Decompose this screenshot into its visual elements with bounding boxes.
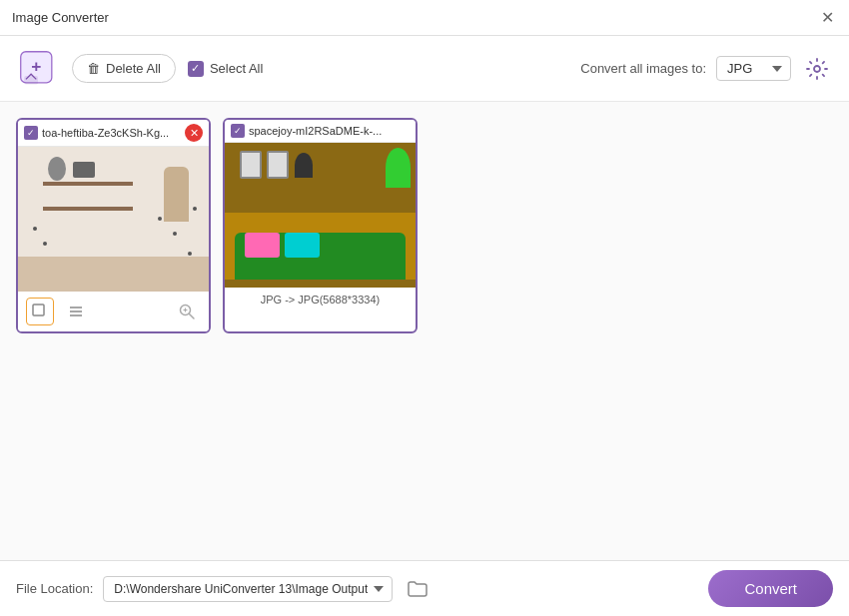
convert-button[interactable]: Convert [708, 570, 833, 607]
file-location-section: File Location: D:\Wondershare UniConvert… [16, 574, 432, 604]
file-location-label: File Location: [16, 581, 93, 596]
format-select[interactable]: JPG PNG BMP GIF TIFF WEBP [716, 56, 791, 81]
svg-rect-2 [24, 75, 38, 84]
delete-all-button[interactable]: 🗑 Delete All [72, 54, 176, 83]
toolbar-right: Convert all images to: JPG PNG BMP GIF T… [580, 53, 833, 85]
delete-all-label: Delete All [106, 61, 161, 76]
image-card-1-close[interactable]: ✕ [185, 124, 203, 142]
title-bar-left: Image Converter [12, 10, 109, 25]
image-card-1-checkbox[interactable] [24, 126, 38, 140]
image-card-1-filename: toa-heftiba-Ze3cKSh-Kg... [42, 127, 181, 139]
settings-button[interactable] [801, 53, 833, 85]
browse-folder-button[interactable] [403, 574, 432, 604]
select-all-label: Select All [210, 61, 263, 76]
main-content: toa-heftiba-Ze3cKSh-Kg... ✕ [0, 102, 849, 560]
images-grid: toa-heftiba-Ze3cKSh-Kg... ✕ [16, 118, 833, 333]
image-card-2-header: spacejoy-mI2RSaDME-k-... [225, 120, 416, 143]
image-card-2-filename: spacejoy-mI2RSaDME-k-... [249, 125, 410, 137]
add-image-button[interactable]: + [16, 47, 60, 91]
svg-rect-4 [33, 305, 44, 315]
image-card-2-checkbox[interactable] [231, 124, 245, 138]
list-icon-button[interactable] [62, 298, 90, 325]
convert-all-label: Convert all images to: [580, 61, 706, 76]
window-close-button[interactable]: ✕ [817, 8, 837, 28]
image-card-1-footer [18, 292, 209, 331]
title-bar: Image Converter ✕ [0, 0, 849, 36]
crop-icon-button[interactable] [26, 298, 54, 325]
image-card-2-info: JPG -> JPG(5688*3334) [225, 288, 416, 311]
bottom-bar: File Location: D:\Wondershare UniConvert… [0, 560, 849, 616]
zoom-icon-button[interactable] [173, 298, 201, 325]
svg-line-9 [190, 314, 195, 319]
image-card-1-preview [18, 147, 209, 292]
trash-icon: 🗑 [87, 61, 100, 76]
toolbar-left: + 🗑 Delete All Select All [16, 47, 580, 91]
svg-point-3 [814, 66, 820, 72]
window-title: Image Converter [12, 10, 109, 25]
select-all-checkbox[interactable] [188, 61, 204, 77]
image-card-1-actions [26, 298, 90, 325]
image-card-2: spacejoy-mI2RSaDME-k-... JPG -> JPG(5688 [223, 118, 418, 333]
select-all-wrapper[interactable]: Select All [188, 61, 263, 77]
file-path-select[interactable]: D:\Wondershare UniConverter 13\Image Out… [103, 576, 393, 602]
image-card-1-header: toa-heftiba-Ze3cKSh-Kg... ✕ [18, 120, 209, 147]
image-card-2-preview [225, 143, 416, 288]
image-card-1: toa-heftiba-Ze3cKSh-Kg... ✕ [16, 118, 211, 333]
svg-text:+: + [31, 56, 41, 76]
toolbar: + 🗑 Delete All Select All Convert all im… [0, 36, 849, 102]
